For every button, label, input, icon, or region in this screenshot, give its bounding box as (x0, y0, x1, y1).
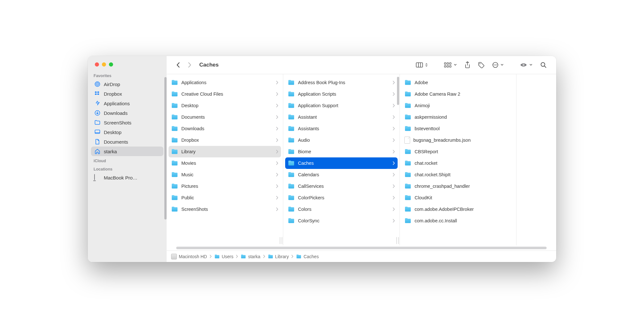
sidebar-item-airdrop[interactable]: AirDrop (91, 79, 163, 89)
list-item[interactable]: Downloads (169, 123, 281, 134)
column-resize-handle[interactable] (280, 237, 282, 244)
list-item[interactable]: bsteventtool (402, 123, 514, 134)
list-item[interactable]: CallServices (285, 180, 398, 192)
item-label: Assistant (298, 115, 389, 120)
list-item[interactable]: Pictures (169, 180, 281, 192)
list-item[interactable]: Assistants (285, 123, 398, 134)
horizontal-scrollbar[interactable] (167, 245, 556, 250)
list-item[interactable]: Caches (285, 157, 398, 169)
list-item[interactable]: Animoji (402, 100, 514, 111)
path-segment[interactable]: Caches (296, 254, 318, 259)
sidebar-item-macbook-pro-[interactable]: MacBook Pro… (91, 173, 163, 182)
sidebar-item-starka[interactable]: starka (91, 147, 163, 156)
list-item[interactable]: Library (169, 146, 281, 157)
list-item[interactable]: chrome_crashpad_handler (402, 180, 514, 192)
chevron-right-icon (276, 184, 278, 188)
tags-button[interactable] (475, 60, 488, 70)
folder-icon (288, 183, 295, 189)
list-item[interactable]: Music (169, 169, 281, 180)
chevron-right-icon (392, 196, 395, 200)
more-button[interactable] (489, 60, 507, 70)
list-item[interactable]: ColorSync (285, 215, 398, 227)
item-label: Music (181, 172, 273, 177)
apps-icon (94, 100, 101, 107)
list-item[interactable]: com.adobe.cc.Install (402, 215, 514, 227)
sidebar-item-downloads[interactable]: Downloads (91, 108, 163, 118)
minimize-button[interactable] (102, 62, 106, 67)
folder-icon (171, 195, 178, 201)
folder-icon (288, 149, 295, 155)
sidebar-item-dropbox[interactable]: Dropbox (91, 89, 163, 99)
sidebar-item-label: MacBook Pro… (104, 175, 137, 180)
folder-icon (171, 137, 178, 143)
column-resize-handle[interactable] (396, 237, 399, 244)
share-button[interactable] (461, 60, 474, 70)
back-button[interactable] (173, 60, 183, 70)
column-scrollbar[interactable] (397, 77, 399, 105)
list-item[interactable]: ColorPickers (285, 192, 398, 203)
sidebar-scrollbar[interactable] (164, 77, 167, 243)
forward-button[interactable] (185, 60, 195, 70)
list-item[interactable]: Application Support (285, 100, 398, 111)
list-item[interactable]: chat.rocket (402, 157, 514, 169)
chevron-right-icon (392, 115, 395, 119)
list-item[interactable]: Adobe (402, 77, 514, 88)
list-item[interactable]: Documents (169, 111, 281, 123)
list-item[interactable]: Adobe Camera Raw 2 (402, 88, 514, 100)
sidebar: FavoritesAirDropDropboxApplicationsDownl… (88, 56, 167, 262)
path-segment[interactable]: Users (214, 254, 234, 259)
sidebar-item-documents[interactable]: Documents (91, 137, 163, 147)
folder-icon (404, 80, 411, 85)
path-segment[interactable]: Macintosh HD (171, 254, 207, 259)
folder-icon (296, 254, 301, 259)
folder-icon (404, 114, 411, 120)
sidebar-item-desktop[interactable]: Desktop (91, 127, 163, 137)
item-label: Application Scripts (298, 91, 389, 97)
list-item[interactable]: CBSReport (402, 146, 514, 157)
list-item[interactable]: ScreenShots (169, 203, 281, 215)
item-label: chat.rocket.ShipIt (415, 172, 512, 177)
list-item[interactable]: Calendars (285, 169, 398, 180)
list-item[interactable]: Colors (285, 203, 398, 215)
sidebar-item-applications[interactable]: Applications (91, 99, 163, 108)
list-item[interactable]: com.adobe.AdobeIPCBroker (402, 203, 514, 215)
list-item[interactable]: Movies (169, 157, 281, 169)
path-segment[interactable]: Library (268, 254, 289, 259)
column-1: Address Book Plug-InsApplication Scripts… (283, 74, 400, 245)
list-item[interactable]: bugsnag_breadcrumbs.json (402, 134, 514, 146)
item-label: Caches (298, 161, 389, 166)
item-label: askpermissiond (415, 115, 512, 120)
chevron-right-icon (276, 115, 278, 119)
list-item[interactable]: askpermissiond (402, 111, 514, 123)
list-item[interactable]: Audio (285, 134, 398, 146)
item-label: Assistants (298, 126, 389, 131)
list-item[interactable]: Assistant (285, 111, 398, 123)
group-button[interactable] (441, 60, 460, 70)
sidebar-item-label: Dropbox (104, 91, 122, 97)
list-item[interactable]: Application Scripts (285, 88, 398, 100)
list-item[interactable]: Applications (169, 77, 281, 88)
folder-icon (288, 103, 295, 108)
folder-icon (404, 91, 411, 97)
list-item[interactable]: chat.rocket.ShipIt (402, 169, 514, 180)
list-item[interactable]: Public (169, 192, 281, 203)
preview-button[interactable] (516, 60, 536, 70)
item-label: Creative Cloud Files (181, 91, 273, 97)
list-item[interactable]: Address Book Plug-Ins (285, 77, 398, 88)
sidebar-item-screenshots[interactable]: ScreenShots (91, 118, 163, 127)
close-button[interactable] (95, 62, 99, 67)
path-segment[interactable]: starka (241, 254, 260, 259)
list-item[interactable]: Desktop (169, 100, 281, 111)
zoom-button[interactable] (109, 62, 113, 67)
list-item[interactable]: Biome (285, 146, 398, 157)
view-columns-button[interactable] (413, 60, 431, 70)
list-item[interactable]: Dropbox (169, 134, 281, 146)
search-button[interactable] (537, 60, 550, 70)
folder-icon (171, 183, 178, 189)
item-label: ColorSync (298, 218, 389, 223)
list-item[interactable]: CloudKit (402, 192, 514, 203)
folder-icon (404, 149, 411, 155)
svg-line-23 (545, 66, 546, 68)
folder-icon (241, 254, 246, 259)
list-item[interactable]: Creative Cloud Files (169, 88, 281, 100)
